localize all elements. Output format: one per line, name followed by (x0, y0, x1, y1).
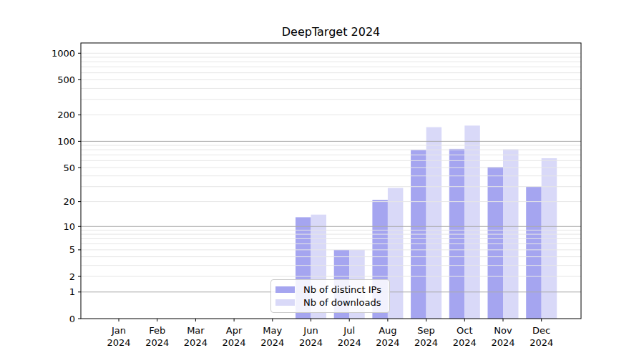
y-tick-label-20: 20 (63, 196, 75, 207)
x-tick-label-may-2024: May2024 (260, 325, 284, 348)
x-tick-label-apr-2024: Apr2024 (223, 325, 246, 348)
chart-title: DeepTarget 2024 (81, 25, 581, 39)
y-tick-label-100: 100 (57, 136, 75, 147)
chart-figure: 01251020501002005001000Jan2024Feb2024Mar… (0, 0, 644, 358)
x-tick-label-feb-2024: Feb2024 (145, 325, 169, 348)
y-tick-label-50: 50 (63, 163, 75, 173)
x-tick-label-mar-2024: Mar2024 (184, 325, 208, 348)
x-tick-label-oct-2024: Oct2024 (453, 325, 477, 348)
legend-item-downloads: Nb of downloads (275, 298, 385, 307)
y-tick-label-10: 10 (63, 221, 75, 232)
x-tick-label-dec-2024: Dec2024 (530, 325, 553, 348)
bar-nb-of-distinct-ips-oct-2024 (449, 149, 465, 319)
x-tick-label-nov-2024: Nov2024 (491, 325, 514, 348)
bar-nb-of-downloads-sep-2024 (426, 127, 442, 319)
legend-label-downloads: Nb of downloads (303, 298, 381, 307)
legend-swatch-downloads (275, 299, 295, 306)
bar-nb-of-downloads-aug-2024 (388, 188, 404, 319)
bar-nb-of-distinct-ips-nov-2024 (488, 167, 504, 319)
x-tick-label-jul-2024: Jul2024 (338, 325, 361, 348)
legend-label-distinct-ips: Nb of distinct IPs (303, 285, 381, 294)
y-tick-label-1000: 1000 (52, 48, 75, 59)
x-tick-label-aug-2024: Aug2024 (376, 325, 399, 348)
x-tick-label-jan-2024: Jan2024 (107, 325, 130, 348)
x-tick-label-jun-2024: Jun2024 (299, 325, 323, 348)
legend-swatch-distinct-ips (275, 286, 295, 293)
y-tick-label-2: 2 (69, 271, 75, 282)
y-tick-label-1: 1 (69, 286, 75, 297)
bar-nb-of-distinct-ips-dec-2024 (526, 187, 542, 319)
y-tick-label-200: 200 (57, 110, 75, 120)
x-tick-label-sep-2024: Sep2024 (414, 325, 438, 348)
y-tick-label-500: 500 (57, 74, 75, 85)
legend-item-distinct-ips: Nb of distinct IPs (275, 285, 385, 294)
y-tick-label-0: 0 (69, 314, 75, 324)
y-tick-label-5: 5 (69, 244, 75, 255)
legend: Nb of distinct IPs Nb of downloads (270, 279, 390, 313)
